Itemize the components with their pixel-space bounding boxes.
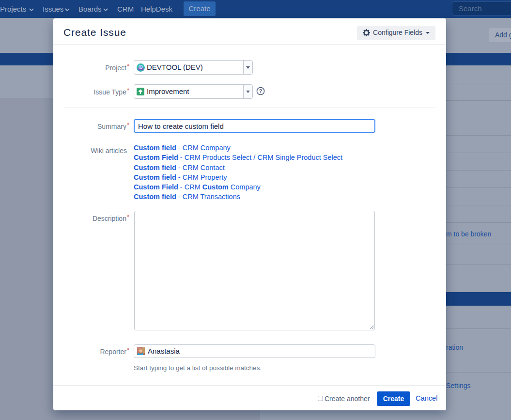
svg-text:?: ? [259, 88, 262, 94]
